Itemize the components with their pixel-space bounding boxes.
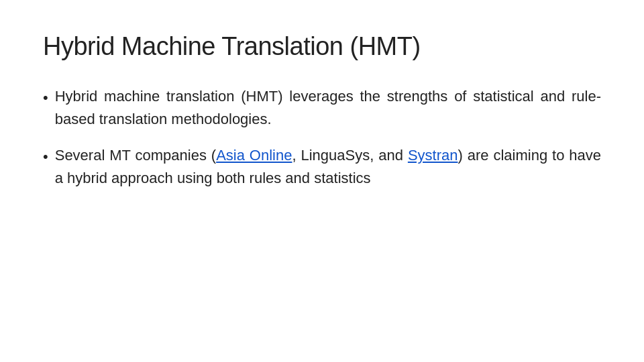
bullet-text-1: Hybrid machine translation (HMT) leverag… bbox=[55, 85, 601, 131]
slide: Hybrid Machine Translation (HMT) • Hybri… bbox=[0, 0, 644, 362]
systran-link[interactable]: Systran bbox=[408, 147, 458, 164]
slide-title: Hybrid Machine Translation (HMT) bbox=[43, 32, 601, 61]
content-area: • Hybrid machine translation (HMT) lever… bbox=[43, 85, 601, 190]
bullet-dot-2: • bbox=[43, 145, 48, 168]
bullet-item-2: • Several MT companies (Asia Online, Lin… bbox=[43, 144, 601, 190]
bullet-text-2: Several MT companies (Asia Online, Lingu… bbox=[55, 144, 601, 190]
bullet-dot-1: • bbox=[43, 86, 48, 109]
asia-online-link[interactable]: Asia Online bbox=[216, 147, 292, 164]
bullet-item-1: • Hybrid machine translation (HMT) lever… bbox=[43, 85, 601, 131]
